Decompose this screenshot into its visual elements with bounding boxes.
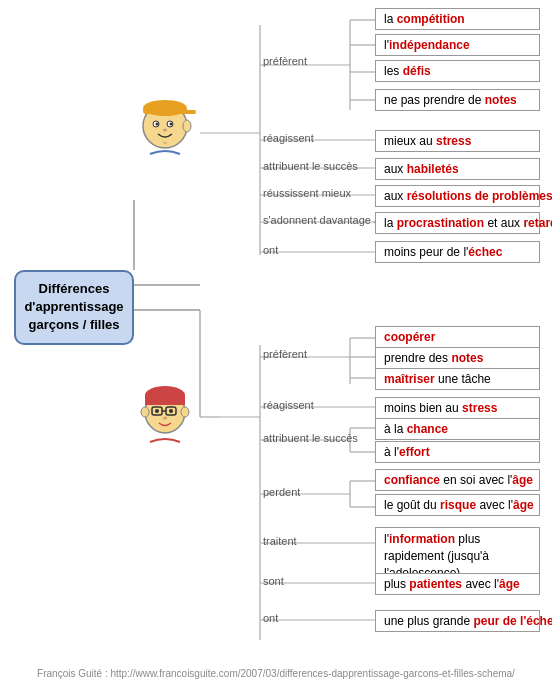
girl-item-peur-echec: une plus grande peur de l'échec (375, 610, 540, 632)
girl-item-chance: à la chance (375, 418, 540, 440)
girl-perdent-label: perdent (263, 486, 300, 498)
boy-item-defis: les défis (375, 60, 540, 82)
girl-reagissent-label: réagissent (263, 399, 314, 411)
svg-point-7 (170, 123, 173, 126)
boy-item-competition: la compétition (375, 8, 540, 30)
girl-item-confiance: confiance en soi avec l'âge (375, 469, 540, 491)
boy-prefèrent-label: préfèrent (263, 55, 307, 67)
girl-item-patientes: plus patientes avec l'âge (375, 573, 540, 595)
boy-character (130, 96, 200, 166)
girl-item-maitriser: maîtriser une tâche (375, 368, 540, 390)
girl-attribuent-label: attribuent le succès (263, 432, 358, 444)
girl-item-notes: prendre des notes (375, 347, 540, 369)
svg-rect-2 (143, 108, 187, 114)
main-container: Différences d'apprentissage garçons / fi… (0, 0, 552, 685)
boy-item-procrastination: la procrastination et aux retards (375, 212, 540, 234)
boy-attribuent-label: attribuent le succès (263, 160, 358, 172)
girl-item-risque: le goût du risque avec l'âge (375, 494, 540, 516)
svg-point-18 (163, 417, 167, 420)
boy-item-habiletes: aux habiletés (375, 158, 540, 180)
girl-sont-label: sont (263, 575, 284, 587)
svg-point-8 (163, 129, 167, 132)
girl-item-cooperer: coopérer (375, 326, 540, 348)
svg-point-19 (181, 407, 189, 417)
boy-item-independence: l'indépendance (375, 34, 540, 56)
svg-point-5 (156, 123, 159, 126)
svg-point-20 (141, 407, 149, 417)
center-box: Différences d'apprentissage garçons / fi… (14, 270, 134, 345)
svg-rect-12 (145, 395, 185, 405)
boy-reagissent-label: réagissent (263, 132, 314, 144)
girl-prefèrent-label: préfèrent (263, 348, 307, 360)
girl-character (130, 382, 200, 452)
girl-ont-label: ont (263, 612, 278, 624)
girl-item-effort: à l'effort (375, 441, 540, 463)
footer: François Guité : http://www.francoisguit… (0, 668, 552, 679)
boy-item-problemes: aux résolutions de problèmes (375, 185, 540, 207)
boy-ont-label: ont (263, 244, 278, 256)
girl-item-stress: moins bien au stress (375, 397, 540, 419)
svg-rect-3 (182, 110, 196, 114)
svg-point-16 (155, 409, 159, 413)
boy-sadonnent-label: s'adonnent davantage à (263, 214, 380, 226)
boy-item-stress: mieux au stress (375, 130, 540, 152)
boy-reussissent-label: réussissent mieux (263, 187, 351, 199)
boy-item-notes: ne pas prendre de notes (375, 89, 540, 111)
svg-point-17 (169, 409, 173, 413)
girl-traitent-label: traitent (263, 535, 297, 547)
svg-point-9 (183, 120, 191, 132)
boy-item-echec: moins peur de l'échec (375, 241, 540, 263)
